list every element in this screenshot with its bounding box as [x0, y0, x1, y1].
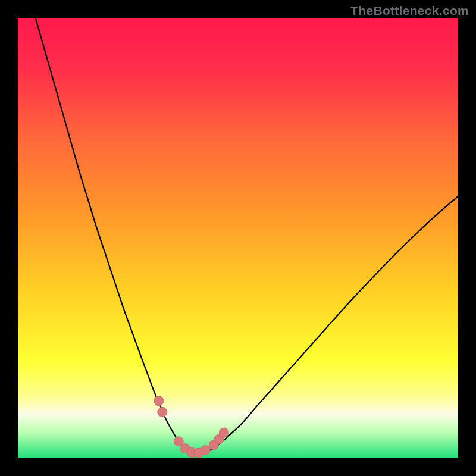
chart-svg — [18, 18, 458, 458]
outer-frame: TheBottleneck.com — [0, 0, 476, 476]
watermark-text: TheBottleneck.com — [350, 4, 469, 18]
curve-marker — [201, 446, 210, 455]
curve-marker — [219, 428, 228, 437]
curve-markers — [154, 396, 229, 458]
curve-marker — [154, 396, 164, 406]
plot-area — [18, 18, 458, 458]
bottleneck-curve — [36, 18, 458, 456]
curve-marker — [158, 407, 167, 416]
